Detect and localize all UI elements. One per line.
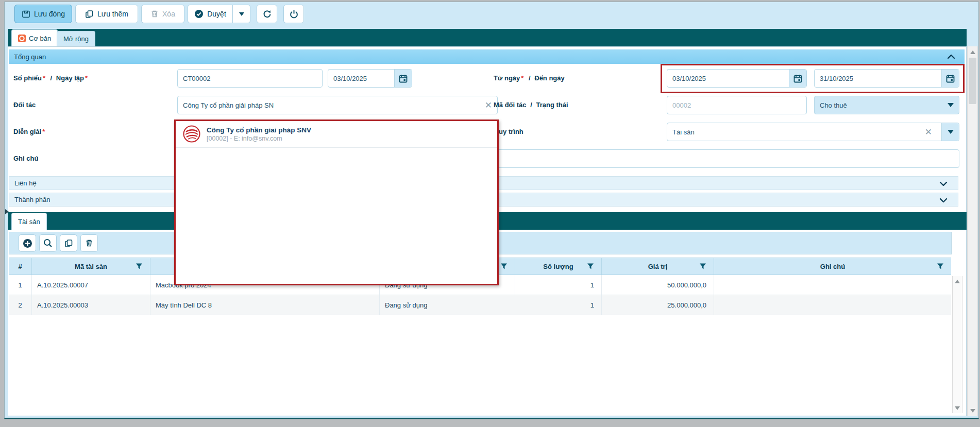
filter-icon[interactable] xyxy=(587,263,594,270)
partner-code-input[interactable]: 00002 xyxy=(667,96,807,114)
workflow-combo[interactable]: Tài sản ✕ xyxy=(667,123,959,141)
description-label: Diễn giải* xyxy=(13,123,46,141)
save-new-button[interactable]: Lưu thêm xyxy=(75,5,138,23)
date-range-annotation-box xyxy=(661,64,965,93)
cell-qty: 1 xyxy=(515,295,602,315)
refresh-button[interactable] xyxy=(257,5,277,23)
partner-code-status-label: Mã đối tác / Trạng thái xyxy=(494,96,568,114)
tab-assets[interactable]: Tài sản xyxy=(11,213,47,230)
chevron-down-icon[interactable] xyxy=(939,197,948,203)
created-date-input[interactable]: 03/10/2025 xyxy=(328,69,412,88)
table-row[interactable]: 2 A.10.2025.00003 Máy tính Dell DC 8 Đan… xyxy=(9,295,951,315)
cell-name: Máy tính Dell DC 8 xyxy=(150,295,380,315)
cell-code: A.10.2025.00003 xyxy=(32,295,150,315)
clear-icon[interactable]: ✕ xyxy=(485,101,492,110)
approve-label: Duyệt xyxy=(207,10,226,18)
filter-icon[interactable] xyxy=(500,263,508,270)
overview-section-header[interactable]: Tổng quan xyxy=(9,49,965,64)
overview-title: Tổng quan xyxy=(14,53,46,61)
splitter-handle-icon[interactable] xyxy=(5,209,9,214)
approve-dropdown-button[interactable] xyxy=(233,5,250,23)
trash-icon xyxy=(85,239,93,247)
scroll-down-icon[interactable] xyxy=(955,406,960,410)
grid-scrollbar[interactable] xyxy=(952,276,962,413)
check-circle-icon xyxy=(194,9,204,19)
copy-row-button[interactable] xyxy=(60,234,77,252)
save-new-label: Lưu thêm xyxy=(97,10,128,18)
status-select[interactable]: Cho thuê xyxy=(814,96,959,114)
power-button[interactable] xyxy=(283,5,304,23)
cell-value: 50.000.000,0 xyxy=(602,275,714,295)
caret-down-icon xyxy=(948,130,954,134)
copy-icon xyxy=(64,239,73,248)
cell-status: Đang sử dụng xyxy=(380,295,515,315)
clear-icon[interactable]: ✕ xyxy=(925,128,932,136)
main-tab-strip xyxy=(8,29,967,46)
cell-index: 1 xyxy=(9,275,32,295)
col-header-code[interactable]: Mã tài sản xyxy=(32,258,150,275)
scroll-up-icon[interactable] xyxy=(970,50,975,54)
chevron-up-icon[interactable] xyxy=(947,54,955,60)
window-scrollbar[interactable] xyxy=(967,46,978,416)
filter-icon[interactable] xyxy=(699,263,706,270)
add-row-button[interactable] xyxy=(19,234,36,252)
partner-autocomplete-dropdown: Công Ty cổ phần giải pháp SNV [00002] - … xyxy=(174,119,499,285)
trash-icon xyxy=(150,10,159,18)
col-header-index[interactable]: # xyxy=(9,258,32,275)
date-range-label: Từ ngày* / Đến ngày xyxy=(494,69,565,88)
approve-button[interactable]: Duyệt xyxy=(188,5,233,23)
workflow-dropdown-button[interactable] xyxy=(941,123,959,141)
col-header-value[interactable]: Giá trị xyxy=(602,258,714,275)
caret-down-icon xyxy=(948,103,954,107)
section-contact-title: Liên hệ xyxy=(14,179,37,187)
save-close-label: Lưu đóng xyxy=(34,10,65,18)
delete-row-button[interactable] xyxy=(80,234,98,252)
tab-extended-label: Mở rộng xyxy=(63,35,89,43)
doc-number-input[interactable]: CT00002 xyxy=(177,69,323,88)
partner-label: Đối tác xyxy=(13,96,36,114)
tab-extended[interactable]: Mở rộng xyxy=(57,31,95,46)
tab-basic-label: Cơ bản xyxy=(29,35,51,42)
doc-number-date-label: Số phiếu* / Ngày lập* xyxy=(13,69,89,88)
save-icon xyxy=(22,10,30,19)
partner-suggestion-subtitle: [00002] - E: info@snv.com xyxy=(207,135,311,142)
delete-button: Xóa xyxy=(141,5,184,23)
cell-qty: 1 xyxy=(515,275,602,295)
cell-value: 25.000.000,0 xyxy=(602,295,714,315)
col-header-qty[interactable]: Số lượng xyxy=(515,258,602,275)
scroll-up-icon[interactable] xyxy=(955,280,960,283)
search-row-button[interactable] xyxy=(39,234,57,252)
tab-basic[interactable]: Cơ bản xyxy=(11,29,58,46)
col-header-note[interactable]: Ghi chú xyxy=(714,258,951,275)
save-close-button[interactable]: Lưu đóng xyxy=(14,5,72,23)
filter-icon[interactable] xyxy=(937,263,944,270)
note-label: Ghi chú xyxy=(13,149,38,168)
chevron-down-icon[interactable] xyxy=(939,181,948,187)
delete-label: Xóa xyxy=(162,10,175,18)
refresh-icon xyxy=(262,9,272,19)
caret-down-icon xyxy=(239,12,244,16)
power-icon xyxy=(290,10,298,19)
record-type-icon xyxy=(18,35,26,42)
cell-note xyxy=(714,295,951,315)
search-icon xyxy=(43,238,53,248)
cell-index: 2 xyxy=(9,295,32,315)
filter-icon[interactable] xyxy=(136,263,143,270)
partner-suggestion-item[interactable]: Công Ty cổ phần giải pháp SNV [00002] - … xyxy=(176,121,497,148)
calendar-icon[interactable] xyxy=(394,70,412,87)
copy-plus-icon xyxy=(85,10,94,19)
cell-note xyxy=(714,275,951,295)
scrollbar-thumb[interactable] xyxy=(969,58,976,104)
scroll-down-icon[interactable] xyxy=(970,409,975,413)
partner-input[interactable]: Công Ty cổ phần giải pháp SN ✕ xyxy=(177,96,498,114)
cell-code: A.10.2025.00007 xyxy=(32,275,150,295)
tab-assets-label: Tài sản xyxy=(18,218,40,226)
company-logo xyxy=(183,125,200,143)
plus-circle-icon xyxy=(23,238,32,248)
partner-suggestion-title: Công Ty cổ phần giải pháp SNV xyxy=(207,126,311,134)
section-components-title: Thành phần xyxy=(14,196,50,203)
